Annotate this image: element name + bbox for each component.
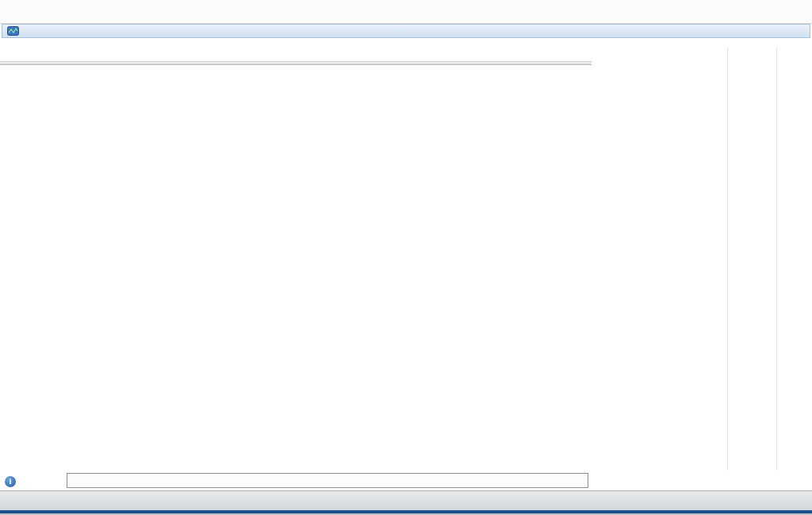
table-column-divider: [776, 48, 777, 471]
table-column-divider: [727, 48, 728, 471]
info-icon[interactable]: i: [5, 476, 16, 487]
toolbar: [0, 39, 596, 61]
overview-ruler[interactable]: [0, 490, 812, 510]
tab-bar: [0, 0, 812, 24]
panel-header[interactable]: [2, 24, 810, 38]
oscilloscope-window: i: [0, 0, 812, 515]
signal-table: [592, 65, 812, 471]
time-axis[interactable]: [67, 473, 588, 488]
oscilloscope-icon: [7, 26, 19, 36]
add-tab-button[interactable]: [82, 2, 102, 23]
chart-area: [0, 65, 592, 471]
signal-table-header: [592, 48, 812, 65]
